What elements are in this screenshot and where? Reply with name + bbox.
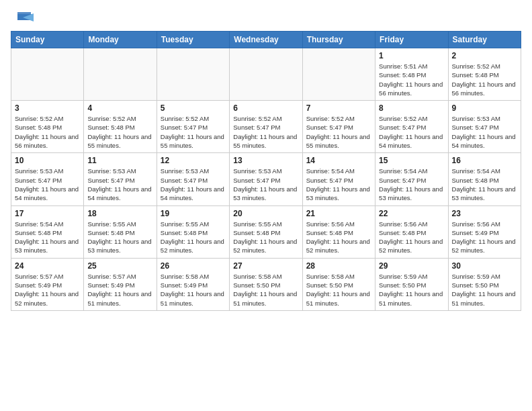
- day-number: 5: [161, 103, 226, 113]
- page-header: [11, 11, 521, 23]
- logo-icon: [11, 11, 34, 26]
- day-info: Sunrise: 5:53 AM Sunset: 5:47 PM Dayligh…: [15, 167, 80, 202]
- column-header-wednesday: Wednesday: [230, 32, 302, 48]
- column-header-sunday: Sunday: [11, 32, 84, 48]
- day-number: 22: [379, 209, 444, 218]
- calendar-week-row: 3Sunrise: 5:52 AM Sunset: 5:48 PM Daylig…: [11, 101, 521, 153]
- day-info: Sunrise: 5:59 AM Sunset: 5:50 PM Dayligh…: [452, 272, 517, 308]
- calendar-cell: 9Sunrise: 5:53 AM Sunset: 5:47 PM Daylig…: [448, 101, 521, 153]
- calendar-cell: 6Sunrise: 5:52 AM Sunset: 5:47 PM Daylig…: [230, 101, 302, 153]
- day-info: Sunrise: 5:54 AM Sunset: 5:47 PM Dayligh…: [379, 167, 444, 202]
- calendar-cell: 16Sunrise: 5:54 AM Sunset: 5:48 PM Dayli…: [448, 153, 521, 205]
- day-info: Sunrise: 5:52 AM Sunset: 5:47 PM Dayligh…: [161, 114, 226, 150]
- calendar-cell: 15Sunrise: 5:54 AM Sunset: 5:47 PM Dayli…: [375, 153, 448, 205]
- day-number: 27: [233, 261, 298, 271]
- calendar-week-row: 1Sunrise: 5:51 AM Sunset: 5:48 PM Daylig…: [11, 48, 521, 101]
- day-info: Sunrise: 5:58 AM Sunset: 5:49 PM Dayligh…: [161, 272, 226, 308]
- calendar-week-row: 10Sunrise: 5:53 AM Sunset: 5:47 PM Dayli…: [11, 153, 521, 205]
- day-number: 30: [452, 261, 517, 271]
- day-info: Sunrise: 5:52 AM Sunset: 5:48 PM Dayligh…: [452, 62, 517, 97]
- day-info: Sunrise: 5:53 AM Sunset: 5:47 PM Dayligh…: [87, 167, 152, 202]
- day-number: 28: [306, 261, 371, 271]
- calendar-cell: 7Sunrise: 5:52 AM Sunset: 5:47 PM Daylig…: [302, 101, 375, 153]
- calendar-cell: [84, 48, 157, 101]
- day-info: Sunrise: 5:58 AM Sunset: 5:50 PM Dayligh…: [306, 272, 371, 308]
- calendar-cell: [230, 48, 302, 101]
- day-number: 13: [233, 156, 298, 165]
- calendar-cell: 25Sunrise: 5:57 AM Sunset: 5:49 PM Dayli…: [84, 258, 157, 310]
- day-number: 1: [379, 51, 444, 60]
- calendar-cell: 19Sunrise: 5:55 AM Sunset: 5:48 PM Dayli…: [157, 205, 229, 258]
- calendar-cell: 17Sunrise: 5:54 AM Sunset: 5:48 PM Dayli…: [11, 205, 84, 258]
- day-number: 4: [87, 103, 152, 113]
- day-number: 21: [306, 209, 371, 218]
- day-number: 15: [379, 156, 444, 165]
- day-info: Sunrise: 5:56 AM Sunset: 5:49 PM Dayligh…: [452, 220, 517, 255]
- column-header-monday: Monday: [84, 32, 157, 48]
- day-number: 11: [87, 156, 152, 165]
- day-number: 14: [306, 156, 371, 165]
- day-number: 25: [87, 261, 152, 271]
- day-info: Sunrise: 5:52 AM Sunset: 5:48 PM Dayligh…: [87, 114, 152, 150]
- day-number: 20: [233, 209, 298, 218]
- day-info: Sunrise: 5:57 AM Sunset: 5:49 PM Dayligh…: [15, 272, 80, 308]
- column-header-thursday: Thursday: [302, 32, 375, 48]
- day-info: Sunrise: 5:52 AM Sunset: 5:47 PM Dayligh…: [379, 114, 444, 150]
- day-info: Sunrise: 5:53 AM Sunset: 5:47 PM Dayligh…: [233, 167, 298, 202]
- day-info: Sunrise: 5:51 AM Sunset: 5:48 PM Dayligh…: [379, 62, 444, 97]
- calendar-cell: [157, 48, 229, 101]
- calendar-cell: 18Sunrise: 5:55 AM Sunset: 5:48 PM Dayli…: [84, 205, 157, 258]
- day-info: Sunrise: 5:52 AM Sunset: 5:47 PM Dayligh…: [306, 114, 371, 150]
- calendar-table: SundayMondayTuesdayWednesdayThursdayFrid…: [11, 31, 521, 311]
- day-info: Sunrise: 5:52 AM Sunset: 5:47 PM Dayligh…: [233, 114, 298, 150]
- day-number: 26: [161, 261, 226, 271]
- calendar-cell: 20Sunrise: 5:55 AM Sunset: 5:48 PM Dayli…: [230, 205, 302, 258]
- day-info: Sunrise: 5:52 AM Sunset: 5:48 PM Dayligh…: [15, 114, 80, 150]
- calendar-cell: 30Sunrise: 5:59 AM Sunset: 5:50 PM Dayli…: [448, 258, 521, 310]
- calendar-cell: 3Sunrise: 5:52 AM Sunset: 5:48 PM Daylig…: [11, 101, 84, 153]
- day-info: Sunrise: 5:58 AM Sunset: 5:50 PM Dayligh…: [233, 272, 298, 308]
- calendar-cell: 14Sunrise: 5:54 AM Sunset: 5:47 PM Dayli…: [302, 153, 375, 205]
- day-number: 2: [452, 51, 517, 60]
- day-info: Sunrise: 5:53 AM Sunset: 5:47 PM Dayligh…: [452, 114, 517, 150]
- calendar-cell: 2Sunrise: 5:52 AM Sunset: 5:48 PM Daylig…: [448, 48, 521, 101]
- calendar-cell: [11, 48, 84, 101]
- day-info: Sunrise: 5:59 AM Sunset: 5:50 PM Dayligh…: [379, 272, 444, 308]
- calendar-cell: 4Sunrise: 5:52 AM Sunset: 5:48 PM Daylig…: [84, 101, 157, 153]
- column-header-friday: Friday: [375, 32, 448, 48]
- day-number: 23: [452, 209, 517, 218]
- day-info: Sunrise: 5:54 AM Sunset: 5:47 PM Dayligh…: [306, 167, 371, 202]
- day-info: Sunrise: 5:54 AM Sunset: 5:48 PM Dayligh…: [452, 167, 517, 202]
- day-number: 9: [452, 103, 517, 113]
- calendar-cell: 21Sunrise: 5:56 AM Sunset: 5:48 PM Dayli…: [302, 205, 375, 258]
- day-info: Sunrise: 5:54 AM Sunset: 5:48 PM Dayligh…: [15, 220, 80, 255]
- calendar-cell: 26Sunrise: 5:58 AM Sunset: 5:49 PM Dayli…: [157, 258, 229, 310]
- calendar-week-row: 24Sunrise: 5:57 AM Sunset: 5:49 PM Dayli…: [11, 258, 521, 310]
- calendar-cell: 28Sunrise: 5:58 AM Sunset: 5:50 PM Dayli…: [302, 258, 375, 310]
- day-info: Sunrise: 5:57 AM Sunset: 5:49 PM Dayligh…: [87, 272, 152, 308]
- calendar-cell: 22Sunrise: 5:56 AM Sunset: 5:48 PM Dayli…: [375, 205, 448, 258]
- calendar-header-row: SundayMondayTuesdayWednesdayThursdayFrid…: [11, 32, 521, 48]
- calendar-cell: 12Sunrise: 5:53 AM Sunset: 5:47 PM Dayli…: [157, 153, 229, 205]
- day-info: Sunrise: 5:56 AM Sunset: 5:48 PM Dayligh…: [306, 220, 371, 255]
- calendar-cell: 24Sunrise: 5:57 AM Sunset: 5:49 PM Dayli…: [11, 258, 84, 310]
- day-number: 17: [15, 209, 80, 218]
- calendar-cell: 13Sunrise: 5:53 AM Sunset: 5:47 PM Dayli…: [230, 153, 302, 205]
- day-info: Sunrise: 5:55 AM Sunset: 5:48 PM Dayligh…: [161, 220, 226, 255]
- calendar-cell: 11Sunrise: 5:53 AM Sunset: 5:47 PM Dayli…: [84, 153, 157, 205]
- day-number: 19: [161, 209, 226, 218]
- calendar-cell: [302, 48, 375, 101]
- calendar-cell: 23Sunrise: 5:56 AM Sunset: 5:49 PM Dayli…: [448, 205, 521, 258]
- calendar-cell: 5Sunrise: 5:52 AM Sunset: 5:47 PM Daylig…: [157, 101, 229, 153]
- day-number: 24: [15, 261, 80, 271]
- day-number: 10: [15, 156, 80, 165]
- calendar-cell: 29Sunrise: 5:59 AM Sunset: 5:50 PM Dayli…: [375, 258, 448, 310]
- column-header-tuesday: Tuesday: [157, 32, 229, 48]
- calendar-cell: 1Sunrise: 5:51 AM Sunset: 5:48 PM Daylig…: [375, 48, 448, 101]
- calendar-week-row: 17Sunrise: 5:54 AM Sunset: 5:48 PM Dayli…: [11, 205, 521, 258]
- logo: [11, 11, 34, 23]
- day-number: 18: [87, 209, 152, 218]
- calendar-cell: 27Sunrise: 5:58 AM Sunset: 5:50 PM Dayli…: [230, 258, 302, 310]
- day-number: 8: [379, 103, 444, 113]
- day-info: Sunrise: 5:56 AM Sunset: 5:48 PM Dayligh…: [379, 220, 444, 255]
